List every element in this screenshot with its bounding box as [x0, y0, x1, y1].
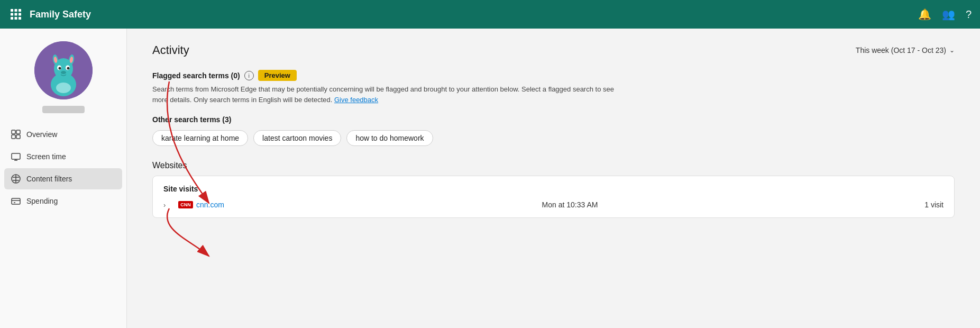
svg-rect-8	[19, 17, 21, 20]
notifications-button[interactable]: 🔔	[918, 8, 931, 21]
svg-rect-24	[12, 135, 15, 139]
activity-title: Activity	[152, 43, 189, 57]
svg-rect-6	[11, 17, 13, 20]
svg-point-19	[67, 67, 69, 70]
svg-point-21	[56, 83, 71, 93]
week-selector[interactable]: This week (Oct 17 - Oct 23) ⌄	[856, 46, 955, 54]
svg-point-20	[61, 71, 66, 74]
sidebar-item-screen-time[interactable]: Screen time	[4, 146, 122, 167]
sidebar-item-content-filters[interactable]: Content filters	[4, 168, 122, 189]
site-name-cnn[interactable]: cnn.com	[196, 201, 445, 209]
websites-title: Websites	[152, 161, 955, 170]
svg-rect-2	[19, 9, 21, 12]
site-visit-time: Mon at 10:33 AM	[445, 201, 694, 209]
search-terms-section: Other search terms (3) karate learning a…	[152, 115, 955, 146]
flagged-header: Flagged search terms (0) i Preview	[152, 70, 955, 81]
svg-rect-5	[19, 13, 21, 16]
screen-time-icon	[11, 151, 21, 162]
family-button[interactable]: 👥	[942, 8, 955, 21]
sidebar-item-spending-label: Spending	[26, 197, 58, 205]
sidebar-item-spending[interactable]: Spending	[4, 190, 122, 212]
site-visits-label: Site visits	[163, 185, 944, 193]
sidebar: Overview Screen time	[0, 29, 127, 328]
grid-icon[interactable]	[8, 7, 23, 22]
svg-point-18	[58, 67, 61, 70]
preview-badge: Preview	[258, 70, 297, 81]
search-terms-label: Other search terms (3)	[152, 115, 955, 124]
svg-rect-22	[12, 130, 15, 134]
site-visit-count: 1 visit	[694, 201, 944, 209]
search-term-chip-3[interactable]: how to do homework	[346, 130, 433, 146]
sidebar-item-content-filters-label: Content filters	[26, 175, 72, 183]
search-term-chip-1[interactable]: karate learning at home	[152, 130, 248, 146]
svg-rect-3	[11, 13, 13, 16]
search-term-chip-2[interactable]: latest cartoon movies	[253, 130, 341, 146]
main-layout: Overview Screen time	[0, 29, 980, 328]
sidebar-item-overview[interactable]: Overview	[4, 124, 122, 145]
give-feedback-link[interactable]: Give feedback	[334, 96, 378, 104]
search-terms-row: karate learning at home latest cartoon m…	[152, 130, 955, 146]
cnn-favicon-text: CNN	[178, 201, 193, 208]
week-range-label: This week (Oct 17 - Oct 23)	[856, 46, 946, 54]
svg-rect-0	[11, 9, 13, 12]
svg-rect-26	[12, 153, 20, 159]
topbar: Family Safety 🔔 👥 ?	[0, 0, 980, 29]
username-blurred	[42, 106, 85, 113]
sidebar-item-overview-label: Overview	[26, 130, 57, 139]
sidebar-item-screen-time-label: Screen time	[26, 152, 66, 161]
app-title: Family Safety	[30, 9, 918, 20]
week-selector-chevron: ⌄	[949, 47, 955, 54]
svg-rect-4	[15, 13, 17, 16]
flagged-description: Search terms from Microsoft Edge that ma…	[152, 84, 628, 105]
svg-rect-25	[16, 135, 20, 139]
site-expand-chevron[interactable]: ›	[163, 201, 180, 209]
flagged-label: Flagged search terms (0)	[152, 71, 240, 80]
overview-icon	[11, 129, 21, 140]
svg-rect-7	[15, 17, 17, 20]
svg-rect-23	[16, 130, 20, 134]
site-row-cnn: › CNN cnn.com Mon at 10:33 AM 1 visit	[163, 201, 944, 209]
svg-rect-1	[15, 9, 17, 12]
svg-rect-30	[12, 198, 20, 204]
flagged-info-icon[interactable]: i	[244, 71, 254, 80]
flagged-section: Flagged search terms (0) i Preview Searc…	[152, 70, 955, 105]
help-button[interactable]: ?	[966, 8, 972, 21]
content-header: Activity This week (Oct 17 - Oct 23) ⌄	[152, 43, 955, 57]
page-wrapper: Overview Screen time	[0, 29, 980, 328]
nav-items: Overview Screen time	[0, 124, 126, 212]
websites-section: Websites Site visits › CNN cnn.com Mon a…	[152, 161, 955, 218]
topbar-actions: 🔔 👥 ?	[918, 8, 972, 21]
content-area: Activity This week (Oct 17 - Oct 23) ⌄ F…	[127, 29, 980, 328]
avatar	[34, 41, 93, 99]
site-visits-card: Site visits › CNN cnn.com Mon at 10:33 A…	[152, 176, 955, 218]
cnn-favicon: CNN	[180, 201, 191, 209]
spending-icon	[11, 196, 21, 206]
content-filters-icon	[11, 174, 21, 184]
